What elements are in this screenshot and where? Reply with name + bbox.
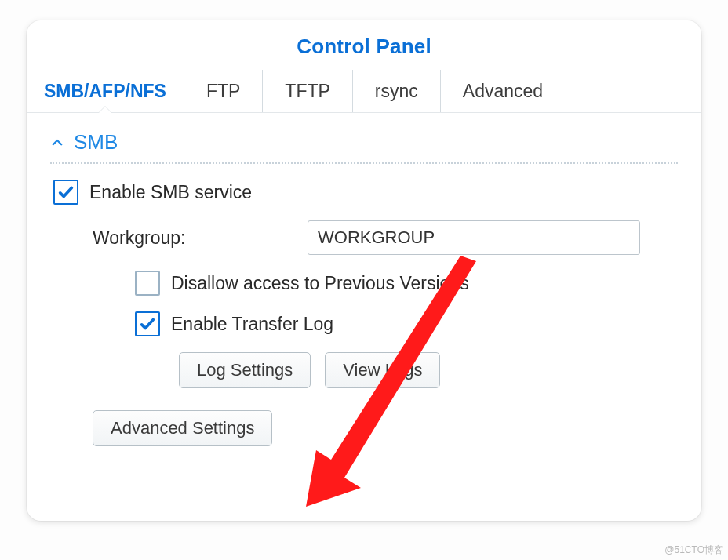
row-log-buttons: Log Settings View Logs: [50, 352, 678, 388]
tab-ftp[interactable]: FTP: [184, 70, 263, 112]
tab-bar: SMB/AFP/NFS FTP TFTP rsync Advanced: [27, 70, 701, 113]
panel-body: SMB Enable SMB service Workgroup:: [27, 113, 701, 446]
chevron-up-icon: [50, 136, 64, 150]
row-enable-smb: Enable SMB service: [50, 180, 678, 205]
checkbox-disallow-prev[interactable]: [135, 271, 160, 296]
tab-advanced[interactable]: Advanced: [441, 70, 565, 112]
checkmark-icon: [57, 184, 75, 201]
view-logs-button[interactable]: View Logs: [325, 352, 440, 388]
tab-label: TFTP: [285, 81, 330, 102]
advanced-settings-button[interactable]: Advanced Settings: [93, 410, 272, 446]
label-disallow-prev: Disallow access to Previous Versions: [171, 273, 469, 294]
label-enable-smb: Enable SMB service: [89, 182, 252, 203]
label-workgroup: Workgroup:: [93, 227, 297, 249]
tab-label: FTP: [206, 81, 240, 102]
tab-label: Advanced: [463, 81, 543, 102]
section-divider: [50, 162, 678, 164]
checkmark-icon: [139, 315, 156, 333]
section-header-smb[interactable]: SMB: [50, 130, 678, 155]
label-enable-transfer-log: Enable Transfer Log: [171, 314, 333, 335]
row-enable-transfer-log: Enable Transfer Log: [50, 311, 678, 336]
tab-label: SMB/AFP/NFS: [44, 81, 166, 102]
workgroup-input[interactable]: [308, 220, 640, 255]
tab-rsync[interactable]: rsync: [353, 70, 441, 112]
row-advanced-settings: Advanced Settings: [50, 410, 678, 446]
tab-label: rsync: [375, 81, 418, 102]
log-settings-button[interactable]: Log Settings: [179, 352, 311, 388]
watermark: @51CTO博客: [664, 544, 723, 557]
section-title: SMB: [74, 130, 118, 155]
control-panel-window: Control Panel SMB/AFP/NFS FTP TFTP rsync…: [27, 20, 701, 521]
tab-tftp[interactable]: TFTP: [263, 70, 353, 112]
row-workgroup: Workgroup:: [50, 220, 678, 255]
row-disallow-prev: Disallow access to Previous Versions: [50, 271, 678, 296]
checkbox-enable-transfer-log[interactable]: [135, 311, 160, 336]
window-title: Control Panel: [27, 35, 701, 59]
checkbox-enable-smb[interactable]: [53, 180, 78, 205]
tab-smb-afp-nfs[interactable]: SMB/AFP/NFS: [27, 70, 184, 112]
